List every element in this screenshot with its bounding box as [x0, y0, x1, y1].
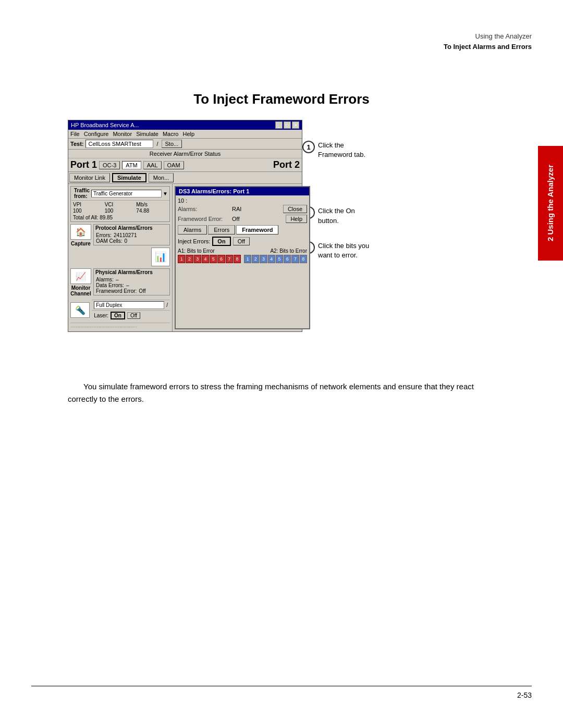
duplex-input[interactable] [94, 301, 164, 309]
bit-a2-1[interactable]: 1 [244, 255, 251, 263]
bit-a2-6[interactable]: 6 [284, 255, 291, 263]
monitor-physical-row: 📈 Monitor Channel Physical Alarms/Errors… [70, 268, 170, 298]
page-title: To Inject Frameword Errors [193, 91, 370, 107]
laser-icon: 🔦 [70, 302, 90, 318]
port1-label: Port 1 [70, 159, 97, 170]
monitor-channel-icon[interactable]: 📈 [70, 268, 91, 284]
sw-titlebar: HP Broadband Service A... _ □ ✕ [68, 120, 302, 130]
ann-circle-1: 1 [302, 141, 315, 153]
bit-a2-3[interactable]: 3 [260, 255, 267, 263]
tab-atm[interactable]: ATM [122, 161, 141, 169]
menu-help[interactable]: Help [182, 131, 194, 137]
inject-off-button[interactable]: Off [233, 237, 250, 245]
vci-label: VCI [105, 202, 136, 207]
chapter-label: Using the Analyzer [444, 31, 532, 42]
laser-off-button[interactable]: Off [127, 312, 140, 319]
vci-val: 100 [105, 208, 136, 214]
body-text-content: You simulate frameword errors to stress … [68, 382, 474, 403]
alarms-val: – [116, 277, 119, 282]
ds3-counter: 10 : [178, 198, 307, 204]
bit-a1-7[interactable]: 7 [226, 255, 233, 263]
ds3-tab-alarms[interactable]: Alarms [178, 225, 207, 235]
bit-a1-2[interactable]: 2 [186, 255, 193, 263]
bit-a2-4[interactable]: 4 [268, 255, 275, 263]
body-text: You simulate frameword errors to stress … [68, 380, 495, 405]
vpi-val: 100 [73, 208, 104, 214]
screenshot-container: HP Broadband Service A... _ □ ✕ File Con… [68, 120, 490, 332]
section-label: To Inject Alarms and Errors [444, 42, 532, 52]
bits-title-row: A1: Bits to Error A2: Bits to Error [178, 248, 307, 254]
bit-a2-7[interactable]: 7 [291, 255, 299, 263]
close-btn[interactable]: ✕ [292, 121, 299, 129]
annotation-2: 2 Click the bits youwant to error. [302, 241, 396, 260]
sw-main-content: Traffic from: ▼ VPI VCI Mb/s 100 100 74.… [68, 184, 302, 331]
ds3-alarms-label: Alarms: [178, 206, 230, 212]
ds3-content: 10 : Alarms: RAI Close Frameword Error: … [176, 195, 309, 265]
menu-simulate[interactable]: Simulate [136, 131, 158, 137]
a2-label: A2: Bits to Error [270, 248, 307, 254]
bit-a1-1[interactable]: 1 [178, 255, 185, 263]
mbps-val: 74.88 [136, 208, 167, 214]
ann-text-1: Click theFrameword tab. [318, 141, 365, 159]
bit-a1-6[interactable]: 6 [217, 255, 225, 263]
data-errors-label: Data Errors: [96, 282, 124, 288]
bit-a1-4[interactable]: 4 [202, 255, 209, 263]
ds3-tab-frameword[interactable]: Frameword [236, 225, 278, 235]
ds3-tab-errors[interactable]: Errors [208, 225, 235, 235]
tab-oc3[interactable]: OC-3 [99, 161, 120, 169]
laser-panel: / Laser: On Off [92, 300, 170, 320]
traffic-source-input[interactable] [91, 190, 162, 198]
simulate-button[interactable]: Simulate [112, 173, 146, 182]
bit-a1-5[interactable]: 5 [210, 255, 217, 263]
test-input[interactable] [85, 140, 153, 148]
menu-file[interactable]: File [70, 131, 80, 137]
maximize-btn[interactable]: □ [284, 121, 291, 129]
bit-a2-2[interactable]: 2 [252, 255, 259, 263]
capture-protocol-row: 🏠 Capture Protocol Alarms/Errors Errors:… [70, 224, 170, 266]
minimize-btn[interactable]: _ [275, 121, 283, 129]
bits-section: A1: Bits to Error A2: Bits to Error 1 2 … [178, 248, 307, 263]
laser-on-button[interactable]: On [111, 312, 125, 319]
traffic-content: VPI VCI Mb/s 100 100 74.88 Total of All:… [71, 201, 169, 221]
menu-monitor[interactable]: Monitor [113, 131, 132, 137]
laser-icon-row: 🔦 / Laser: On Off [70, 300, 170, 320]
inject-on-button[interactable]: On [212, 237, 230, 246]
laser-label: Laser: [94, 313, 108, 318]
page-number: 2-53 [517, 691, 532, 699]
side-tab: 2 Using the Analyzer [538, 146, 563, 261]
a1-label: A1: Bits to Error [178, 248, 215, 254]
bits-row-a1-a2: 1 2 3 4 5 6 7 8 1 2 3 [178, 255, 307, 263]
tab-oam[interactable]: OAM [164, 161, 184, 169]
ds3-frameword-row: Frameword Error: Off Help [178, 215, 307, 223]
bit-a1-8[interactable]: 8 [234, 255, 241, 263]
protocol-section: Protocol Alarms/Errors Errors: 24110271 … [93, 224, 170, 266]
port2-label: Port 2 [273, 159, 300, 170]
monitor-link-button[interactable]: Monitor Link [69, 173, 110, 182]
slash-separator: / [155, 141, 159, 147]
menu-configure[interactable]: Configure [84, 131, 109, 137]
receiver-status-label: Receiver Alarm/Error Status [68, 150, 302, 158]
traffic-title: Traffic from: [72, 187, 91, 200]
monitor-channel-label: Monitor Channel [70, 285, 91, 297]
stop-button[interactable]: Sto... [162, 140, 182, 148]
protocol-content: Errors: 24110271 OAM Cells: 0 [94, 231, 169, 245]
sw-menubar: File Configure Monitor Simulate Macro He… [68, 130, 302, 139]
inject-label: Inject Errors: [178, 238, 210, 244]
ds3-dialog: DS3 Alarms/Errors: Port 1 10 : Alarms: R… [175, 186, 310, 329]
sw-left-panel: Traffic from: ▼ VPI VCI Mb/s 100 100 74.… [68, 184, 173, 331]
capture-icon[interactable]: 🏠 [70, 224, 91, 240]
ds3-help-button[interactable]: Help [286, 215, 307, 223]
bit-a1-3[interactable]: 3 [194, 255, 201, 263]
bit-a2-5[interactable]: 5 [276, 255, 283, 263]
monitor2-button[interactable]: Mon... [149, 173, 174, 182]
bit-a2-8[interactable]: 8 [300, 255, 307, 263]
vpi-label: VPI [73, 202, 104, 207]
ds3-close-button[interactable]: Close [283, 205, 307, 213]
capture-label: Capture [71, 241, 91, 246]
port-tabs-row: Port 1 OC-3 ATM AAL OAM Port 2 [68, 158, 302, 172]
tab-aal[interactable]: AAL [143, 161, 162, 169]
frameword-error-label: Frameword Error: [96, 288, 137, 294]
menu-macro[interactable]: Macro [163, 131, 179, 137]
monitor-channel-col: 📈 Monitor Channel [70, 268, 91, 297]
oam-label: OAM Cells: [96, 238, 123, 244]
